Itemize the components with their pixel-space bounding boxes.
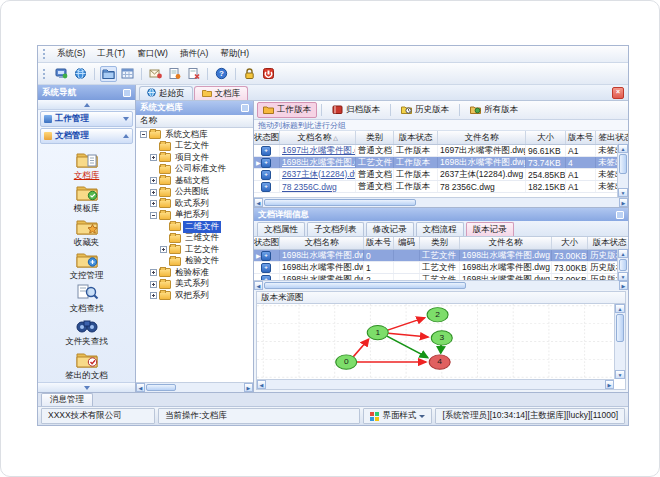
scroll-up-icon[interactable]: ▲ [618, 249, 628, 258]
graph-node-3[interactable]: 3 [431, 331, 452, 345]
graph-node-0[interactable]: 0 [336, 355, 357, 369]
menu-item-1[interactable]: 系统(S) [51, 47, 91, 61]
tree-node-三维文件[interactable]: 三维文件 [136, 233, 253, 245]
detail-tab-子文档列表[interactable]: 子文档列表 [307, 222, 364, 236]
tree-node-二维文件[interactable]: 二维文件 [136, 221, 253, 233]
column-header-大小[interactable]: 大小 [552, 237, 588, 249]
pin-icon[interactable] [241, 104, 249, 112]
column-header-状态图[interactable]: 状态图 [254, 131, 280, 144]
tree-node-检验文件[interactable]: 检验文件 [136, 256, 253, 268]
version-button-工作版本[interactable]: 工作版本 [257, 102, 317, 118]
tree-node-公共图纸[interactable]: 公共图纸 [136, 187, 253, 199]
message-manager-tab[interactable]: 消息管理 [41, 393, 93, 406]
column-header-文件名称[interactable]: 文件名称 [438, 131, 526, 144]
expand-icon[interactable] [160, 246, 167, 253]
table-row[interactable]: +1698出水嘴零件图.dwg1工艺文件1698出水嘴零件图.dwg73.00K… [254, 262, 628, 274]
expand-icon[interactable] [150, 200, 157, 207]
tree-node-工艺文件[interactable]: 工艺文件 [136, 244, 253, 256]
table-row[interactable]: ▶+1698出水嘴零件图.dwg工艺文件工作版本1698出水嘴零件图.dwg73… [254, 157, 628, 169]
sidebar-item-文档查找[interactable]: 文档查找 [70, 282, 104, 315]
scroll-right-icon[interactable]: ▶ [619, 281, 628, 290]
scroll-right-icon[interactable]: ▶ [619, 198, 628, 207]
tree-node-欧式系列[interactable]: 欧式系列 [136, 198, 253, 210]
tree-node-美式系列[interactable]: 美式系列 [136, 279, 253, 291]
expand-icon[interactable] [150, 154, 157, 161]
tree-column-header[interactable]: 名称 [136, 115, 253, 128]
column-header-版本号[interactable]: 版本号 [566, 131, 596, 144]
sidebar-item-模板库[interactable]: 模板库 [74, 182, 100, 215]
close-tab-button[interactable]: × [612, 87, 624, 99]
column-header-文档名称[interactable]: 文档名称△ [280, 131, 356, 144]
column-header-类别[interactable]: 类别 [356, 131, 394, 144]
report-delete-icon[interactable] [185, 66, 202, 82]
table-vertical-scrollbar[interactable]: ▲ ▼ [617, 144, 628, 197]
tree-node-系统文档库[interactable]: 系统文档库 [136, 129, 253, 141]
schedule-icon[interactable] [119, 66, 136, 82]
table-horizontal-scrollbar[interactable]: ◀ ▶ [254, 280, 628, 290]
graph-node-4[interactable]: 4 [429, 355, 450, 369]
tab-文档库[interactable]: 文档库 [194, 86, 249, 100]
exit-icon[interactable] [260, 66, 277, 82]
scroll-thumb[interactable] [264, 199, 416, 206]
sidebar-item-签出的文档[interactable]: 签出的文档 [65, 349, 108, 382]
scroll-down-icon[interactable]: ▼ [615, 370, 625, 379]
version-button-所有版本[interactable]: 所有版本 [464, 102, 524, 118]
detail-tab-文档属性[interactable]: 文档属性 [257, 222, 305, 236]
table-row[interactable]: +1697出水嘴零件图.dwg普通文档工作版本1697出水嘴零件图.dwg96.… [254, 145, 628, 157]
scroll-right-icon[interactable]: ▶ [244, 383, 253, 392]
scroll-thumb[interactable] [619, 154, 627, 174]
collapse-icon[interactable] [140, 131, 147, 138]
table-row[interactable]: ▶+1698出水嘴零件图.dwg0工艺文件1698出水嘴零件图.dwg73.00… [254, 250, 628, 262]
collapse-icon[interactable] [150, 212, 157, 219]
sidebar-group-1[interactable]: 工作管理 [40, 111, 133, 127]
scroll-left-icon[interactable]: ◀ [254, 281, 263, 290]
expand-icon[interactable] [150, 269, 157, 276]
expand-icon[interactable] [150, 177, 157, 184]
column-header-版本状态[interactable]: 版本状态 [588, 237, 628, 249]
graph-node-1[interactable]: 1 [367, 325, 388, 339]
table-row[interactable]: +2637主体(12284).dwg普通文档工作版本2637主体(12284).… [254, 169, 628, 181]
sidebar-expand-strip[interactable] [38, 382, 135, 392]
expand-icon[interactable] [150, 292, 157, 299]
version-button-历史版本[interactable]: 历史版本 [395, 102, 455, 118]
graph-horizontal-scrollbar[interactable]: ◀ ▶ [257, 379, 614, 389]
detail-tab-版本记录[interactable]: 版本记录 [466, 222, 514, 236]
expand-icon[interactable] [150, 189, 157, 196]
tree-node-单把系列[interactable]: 单把系列 [136, 210, 253, 222]
tree-horizontal-scrollbar[interactable]: ◀ ▶ [136, 382, 253, 392]
column-header-大小[interactable]: 大小 [526, 131, 566, 144]
table-horizontal-scrollbar[interactable]: ◀ ▶ [254, 197, 628, 207]
menu-item-3[interactable]: 窗口(W) [131, 47, 174, 61]
ui-style-selector[interactable]: 界面样式 [363, 408, 432, 424]
tree-node-双把系列[interactable]: 双把系列 [136, 290, 253, 302]
scroll-left-icon[interactable]: ◀ [257, 380, 266, 389]
monitor-icon[interactable] [53, 66, 70, 82]
tree-node-检验标准[interactable]: 检验标准 [136, 267, 253, 279]
scroll-thumb[interactable] [616, 314, 624, 342]
lock-icon[interactable] [241, 66, 258, 82]
scroll-left-icon[interactable]: ◀ [254, 198, 263, 207]
scroll-up-icon[interactable]: ▲ [615, 304, 625, 313]
menu-grip[interactable] [43, 49, 48, 59]
column-header-版本号[interactable]: 版本号 [364, 237, 394, 249]
pin-icon[interactable] [123, 89, 131, 97]
tab-起始页[interactable]: 起始页 [139, 86, 193, 100]
column-header-状态图[interactable]: 状态图 [254, 237, 280, 249]
column-header-文件名称[interactable]: 文件名称 [460, 237, 552, 249]
scroll-down-icon[interactable]: ▼ [618, 272, 628, 281]
sidebar-group-2[interactable]: 文档管理 [40, 128, 133, 144]
scroll-up-icon[interactable]: ▲ [618, 144, 628, 153]
sidebar-item-文控管理[interactable]: 文控管理 [70, 249, 104, 282]
pin-icon[interactable] [616, 211, 624, 219]
tree-node-公司标准文件[interactable]: 公司标准文件 [136, 164, 253, 176]
scroll-thumb[interactable] [146, 384, 176, 391]
scroll-right-icon[interactable]: ▶ [605, 380, 614, 389]
column-header-编码[interactable]: 编码 [394, 237, 420, 249]
column-header-版本状态[interactable]: 版本状态 [394, 131, 438, 144]
graph-vertical-scrollbar[interactable]: ▲ ▼ [614, 304, 625, 379]
mail-icon[interactable] [147, 66, 164, 82]
column-header-签出状态[interactable]: 签出状态 [596, 131, 628, 144]
detail-tab-修改记录[interactable]: 修改记录 [366, 222, 414, 236]
version-button-归档版本[interactable]: 归档版本 [326, 102, 386, 118]
tree-node-工艺文件[interactable]: 工艺文件 [136, 141, 253, 153]
